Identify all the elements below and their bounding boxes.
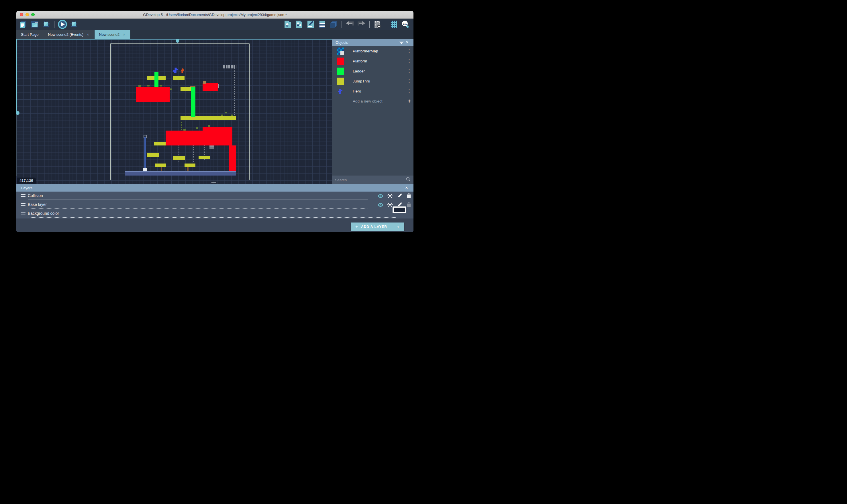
object-menu-icon[interactable]: ⋮ [405,70,413,72]
scene-shape-jump[interactable] [198,156,210,159]
scene-shape-grass[interactable] [225,112,227,113]
object-row-jumpthru[interactable]: JumpThru ⋮ [332,76,413,86]
scene-shape-graytick[interactable] [218,84,219,88]
tab-start-page[interactable]: Start Page [16,30,43,39]
scene-editor-icon[interactable] [30,20,39,29]
edit-layer-pencil-icon[interactable] [394,193,404,199]
scene-shape-jump[interactable] [173,76,184,80]
undo-icon[interactable] [345,20,354,29]
scene-shape-ladder[interactable] [155,72,158,87]
object-search-input[interactable] [332,178,406,182]
scene-shape-grass[interactable] [160,85,162,87]
scene-shape-jump[interactable] [147,152,159,157]
add-new-object-label: Add a new object [353,99,405,103]
object-menu-icon[interactable]: ⋮ [405,79,413,83]
object-menu-icon[interactable]: ⋮ [405,59,413,62]
instances-list-icon[interactable] [317,20,327,29]
scene-shape-ladder[interactable] [191,87,195,117]
scene-shape-post[interactable] [187,167,189,171]
object-name: PlatformerMap [353,49,405,53]
toolbar-separator [54,21,54,28]
object-menu-icon[interactable]: ⋮ [405,50,413,52]
scene-shape-jump[interactable] [154,142,166,145]
object-row-ladder[interactable]: Ladder ⋮ [332,66,413,76]
scene-shape-grass[interactable] [196,127,198,129]
minimize-window-button[interactable] [25,13,29,16]
layer-name[interactable]: Background color [28,211,59,216]
events-sheet-icon[interactable] [19,20,28,29]
scene-shape-platform[interactable] [229,145,236,171]
visibility-eye-icon[interactable] [376,201,385,208]
objects-group-icon[interactable] [295,20,304,29]
layer-name[interactable]: Base layer [28,202,47,207]
scene-shape-bricks[interactable] [210,145,214,149]
toolbar-separator [369,21,370,28]
filter-icon[interactable] [399,41,404,44]
layer-effects-icon[interactable] [385,193,394,199]
object-name: Ladder [353,69,405,73]
zoom-window-button[interactable] [31,13,35,16]
scene-shape-platform[interactable] [136,87,170,102]
drag-handle-icon[interactable] [21,194,25,197]
close-layers-panel-icon[interactable]: × [404,185,409,191]
tab-new-scene2-events[interactable]: New scene2 (Events) × [43,30,94,39]
scene-shape-pole[interactable] [144,137,146,169]
scene-shape-grayblocks[interactable] [223,65,236,69]
grid-icon[interactable] [389,20,399,29]
vertical-scrollbar[interactable] [16,39,17,113]
search-icon [406,177,411,183]
object-icon[interactable] [283,20,292,29]
scene-shape-grass[interactable] [170,89,172,90]
add-a-layer-button[interactable]: + ADD A LAYER ▾ [351,222,404,231]
visibility-eye-icon[interactable] [376,193,385,199]
scene-shape-grass[interactable] [147,85,149,87]
zoom-1-1-icon[interactable]: 1:1 [401,20,410,29]
drag-handle-icon[interactable] [21,203,25,205]
chevron-down-icon[interactable]: ▾ [392,222,404,231]
close-window-button[interactable] [20,13,23,16]
layers-icon[interactable] [329,20,338,29]
vertical-scrollbar-track[interactable] [16,113,17,176]
scene-shape-jump[interactable] [180,87,192,91]
toolbar: 1:1 [16,19,413,30]
delete-layer-trash-icon[interactable] [404,193,413,199]
scene-shape-ground[interactable] [125,171,236,176]
debug-icon[interactable] [41,20,51,29]
scene-shape-chain[interactable] [193,145,194,163]
scene-shape-grass[interactable] [208,125,210,127]
scene-shape-platform[interactable] [202,83,218,91]
scene-shape-minihandle[interactable] [190,86,195,87]
mask-icon[interactable] [373,20,382,29]
layers-panel-footer: + ADD A LAYER ▾ [16,218,413,232]
scene-shape-jump[interactable] [173,156,185,160]
debug-preview-icon[interactable] [69,20,78,29]
scene-shape-chain[interactable] [178,145,179,163]
horizontal-scroll-thumb[interactable] [176,39,179,43]
tab-new-scene2[interactable]: New scene2 × [94,30,131,39]
redo-icon[interactable] [357,20,366,29]
object-row-hero[interactable]: Hero ⋮ [332,86,413,96]
scene-shape-crate[interactable] [203,81,206,84]
close-tab-icon[interactable]: × [122,32,126,37]
scene-shape-dashpole[interactable] [234,66,235,116]
properties-icon[interactable] [306,20,315,29]
scene-shape-platform[interactable] [165,130,232,145]
play-icon[interactable] [58,20,67,29]
scene-shape-jump[interactable] [155,163,166,167]
scene-shape-jump[interactable] [184,163,195,167]
object-row-platformermap[interactable]: PlatformerMap ⋮ [332,46,413,56]
layer-actions [376,193,413,199]
object-menu-icon[interactable]: ⋮ [405,90,413,92]
background-color-swatch[interactable] [392,206,406,213]
layer-name[interactable]: Collision [28,193,43,198]
scene-shape-jump[interactable] [180,116,236,120]
close-tab-icon[interactable]: × [86,32,90,37]
drag-handle-icon[interactable] [21,212,25,215]
close-objects-panel-icon[interactable]: × [404,40,410,45]
scene-shape-hthumb[interactable] [211,182,216,183]
scene-canvas[interactable]: 417;139 [16,39,332,184]
add-new-object-button[interactable]: Add a new object + [332,96,413,106]
object-row-platform[interactable]: Platform ⋮ [332,56,413,66]
object-name: JumpThru [353,79,405,83]
plus-icon: + [405,98,413,105]
